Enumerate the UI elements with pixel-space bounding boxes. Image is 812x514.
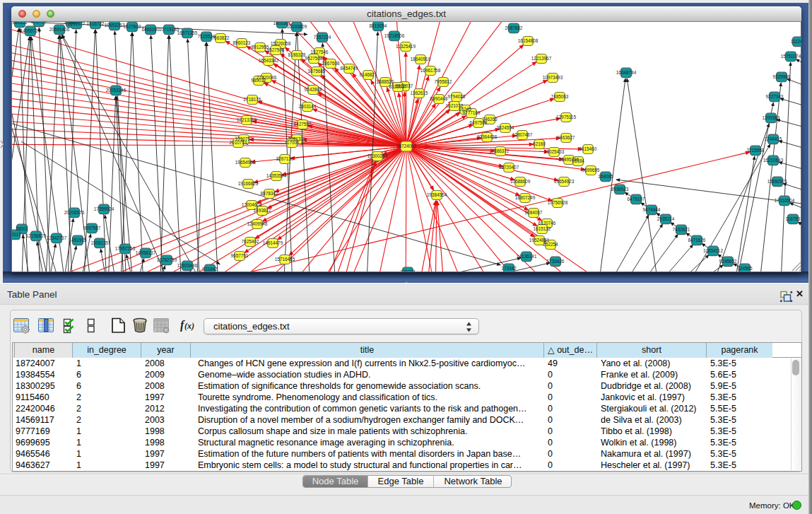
svg-text:16210643: 16210643 [763,158,784,163]
svg-text:924565: 924565 [737,266,753,271]
svg-text:252254: 252254 [543,242,558,247]
svg-text:9329966: 9329966 [773,74,791,79]
svg-text:8813054: 8813054 [370,23,387,28]
svg-text:19654923: 19654923 [554,179,575,184]
svg-text:1493822: 1493822 [254,208,271,213]
svg-text:9527508: 9527508 [305,56,323,61]
svg-text:12409948: 12409948 [247,221,268,226]
svg-text:16671355: 16671355 [177,30,198,35]
svg-text:3215958: 3215958 [747,148,765,153]
svg-text:116753: 116753 [786,216,801,221]
svg-text:9657791: 9657791 [231,253,249,258]
svg-text:8427552: 8427552 [294,122,312,127]
svg-text:2087682: 2087682 [505,25,523,30]
svg-text:10807487: 10807487 [512,132,533,137]
svg-text:14136141: 14136141 [517,254,537,259]
svg-text:12975115: 12975115 [556,115,576,119]
svg-text:96184: 96184 [572,158,584,163]
svg-text:2010753: 2010753 [230,140,247,145]
svg-text:17016504: 17016504 [775,198,795,203]
svg-text:14958137: 14958137 [136,250,156,255]
svg-text:2935114: 2935114 [657,216,675,221]
svg-text:16648784: 16648784 [616,70,637,75]
svg-text:12923446: 12923446 [177,263,198,268]
svg-text:14914479: 14914479 [263,240,283,245]
svg-text:1209383: 1209383 [763,115,780,120]
svg-text:1244415: 1244415 [765,136,782,141]
svg-text:8471626: 8471626 [688,238,706,243]
svg-text:2718176: 2718176 [244,97,261,102]
svg-text:9463627: 9463627 [558,135,575,140]
svg-text:12342737: 12342737 [47,235,67,240]
svg-text:18807249: 18807249 [515,195,536,200]
svg-text:7955812: 7955812 [435,79,452,84]
svg-text:8990448: 8990448 [430,96,448,101]
svg-text:3875685: 3875685 [308,69,326,74]
svg-text:10719185: 10719185 [159,27,180,32]
svg-text:1362615: 1362615 [411,90,428,95]
svg-text:9084067: 9084067 [525,210,543,215]
svg-text:39117: 39117 [8,232,21,237]
svg-text:1451935: 1451935 [69,238,87,243]
svg-text:18724007: 18724007 [396,144,417,148]
svg-text:18640910: 18640910 [411,57,431,62]
svg-text:6497568: 6497568 [470,120,488,125]
svg-text:8454749: 8454749 [341,66,358,71]
svg-text:9597587: 9597587 [83,226,101,230]
svg-text:17359924: 17359924 [94,206,114,211]
svg-text:3267130: 3267130 [276,156,294,161]
svg-text:8322037: 8322037 [389,84,407,89]
svg-text:15226058: 15226058 [271,41,291,46]
svg-text:1091977: 1091977 [68,21,86,26]
svg-text:20364436: 20364436 [477,134,498,139]
svg-text:16033809: 16033809 [287,24,307,29]
svg-text:9242848: 9242848 [305,87,322,92]
svg-text:15720407: 15720407 [499,165,519,170]
svg-text:10654112: 10654112 [703,248,723,253]
svg-text:9115460: 9115460 [579,146,597,151]
svg-text:7485063: 7485063 [551,94,569,99]
svg-text:7515524: 7515524 [198,34,216,39]
svg-text:15751074: 15751074 [781,54,801,59]
svg-text:9227343: 9227343 [766,94,784,99]
svg-text:7357224: 7357224 [314,35,331,40]
svg-text:6120746: 6120746 [539,221,556,226]
svg-text:16154808: 16154808 [518,38,539,43]
svg-text:18300293: 18300293 [367,153,388,158]
svg-text:6466160: 6466160 [142,27,160,32]
svg-text:7432621: 7432621 [673,227,690,232]
svg-text:164095: 164095 [598,174,613,179]
svg-text:20691406: 20691406 [49,27,70,32]
svg-text:9146821: 9146821 [360,72,377,77]
svg-text:8878342: 8878342 [261,191,278,196]
svg-text:19654952: 19654952 [235,160,256,165]
svg-text:16961758: 16961758 [420,68,441,73]
svg-text:1733426: 1733426 [547,259,565,264]
svg-text:9245652: 9245652 [719,259,737,264]
svg-text:9474444: 9474444 [643,207,661,212]
svg-text:9794028: 9794028 [448,94,466,99]
svg-text:7886372: 7886372 [492,148,510,153]
svg-text:12213967: 12213967 [531,56,552,61]
svg-text:12156829: 12156829 [26,233,47,238]
svg-text:1516722: 1516722 [87,21,105,26]
svg-text:1505135: 1505135 [91,240,109,245]
svg-text:989012: 989012 [251,78,266,83]
svg-text:173342: 173342 [501,266,517,271]
svg-text:19384554: 19384554 [427,192,447,197]
svg-text:10973493: 10973493 [543,75,563,80]
svg-text:129234: 129234 [400,269,416,274]
svg-text:10688609: 10688609 [510,179,531,184]
svg-text:19218506: 19218506 [384,33,405,38]
svg-text:19166825: 19166825 [238,181,259,186]
svg-text:35001: 35001 [16,226,28,231]
svg-text:17004678: 17004678 [242,202,262,207]
svg-text:931842: 931842 [202,267,218,271]
svg-text:10025433: 10025433 [544,149,565,154]
svg-text:1588520: 1588520 [377,79,394,84]
svg-text:16782759: 16782759 [157,257,177,262]
svg-text:16543342: 16543342 [259,58,279,63]
svg-text:15692971: 15692971 [767,179,788,184]
svg-text:20206576: 20206576 [64,210,85,215]
svg-text:14353594: 14353594 [266,173,287,178]
